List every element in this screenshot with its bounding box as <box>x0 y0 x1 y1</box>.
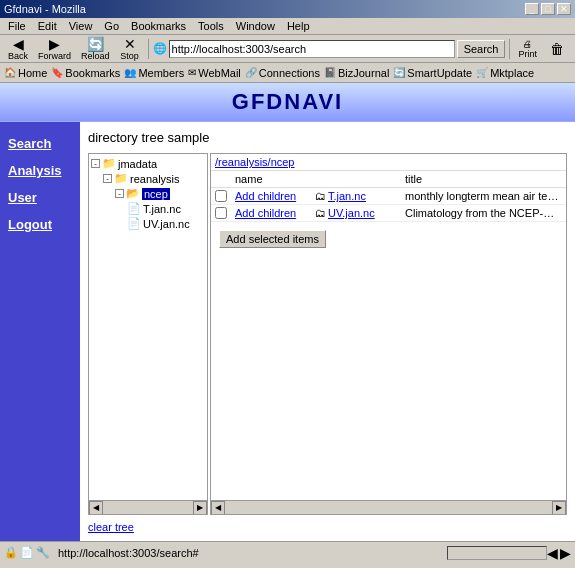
tree-panel: - 📁 jmadata - 📁 reanalysis - <box>88 153 208 515</box>
sidebar-item-search[interactable]: Search <box>0 130 80 157</box>
file-icon-1: 🗂 <box>315 190 326 202</box>
file-scroll-track[interactable] <box>225 501 552 515</box>
stop-button[interactable]: ✕ Stop <box>116 36 144 62</box>
toolbar: ◀ Back ▶ Forward 🔄 Reload ✕ Stop 🌐 Searc… <box>0 35 575 63</box>
reload-icon: 🔄 <box>87 37 104 51</box>
expander-reanalysis[interactable]: - <box>103 174 112 183</box>
stop-icon: ✕ <box>124 37 136 51</box>
delete-button[interactable]: 🗑 <box>543 41 571 57</box>
status-icon-2: 📄 <box>20 546 34 559</box>
page-header: GFDNAVI <box>0 83 575 122</box>
file-path[interactable]: /reanalysis/ncep <box>211 154 566 171</box>
main-container: GFDNAVI Search Analysis User Logout dire… <box>0 83 575 541</box>
tree-label-jmadata: jmadata <box>118 158 157 170</box>
nav-prev-arrow[interactable]: ◀ <box>547 545 558 561</box>
sidebar-item-analysis[interactable]: Analysis <box>0 157 80 184</box>
scroll-right-arrow[interactable]: ▶ <box>193 501 207 515</box>
main-content: directory tree sample - 📁 jmadata - <box>80 122 575 541</box>
close-button[interactable]: ✕ <box>557 3 571 15</box>
tree-label-ncep: ncep <box>142 188 170 200</box>
address-input[interactable] <box>169 40 455 58</box>
tree-item-jmadata[interactable]: - 📁 jmadata <box>91 156 205 171</box>
file-panel: /reanalysis/ncep name title Add children <box>210 153 567 515</box>
tree-item-tjan[interactable]: 📄 T.jan.nc <box>91 201 205 216</box>
forward-button[interactable]: ▶ Forward <box>34 36 75 62</box>
status-bar: 🔒 📄 🔧 http://localhost:3003/search# ◀ ▶ <box>0 541 575 563</box>
file-hscroll: ◀ ▶ <box>211 500 566 514</box>
scroll-track[interactable] <box>103 501 193 515</box>
window-titlebar: Gfdnavi - Mozilla _ □ ✕ <box>0 0 575 18</box>
reload-button[interactable]: 🔄 Reload <box>77 36 114 62</box>
menu-view[interactable]: View <box>63 19 99 33</box>
section-title: directory tree sample <box>88 130 567 145</box>
address-label: 🌐 <box>153 42 167 55</box>
file-name-cell-2: 🗂 UV.jan.nc <box>315 207 405 219</box>
file-checkbox-2[interactable] <box>215 207 227 219</box>
maximize-button[interactable]: □ <box>541 3 555 15</box>
delete-icon: 🗑 <box>550 42 564 56</box>
tree-label-tjan: T.jan.nc <box>143 203 181 215</box>
menu-tools[interactable]: Tools <box>192 19 230 33</box>
print-button[interactable]: 🖨 Print <box>514 38 541 60</box>
tree-item-ncep[interactable]: - 📂 ncep <box>91 186 205 201</box>
folder-icon-reanalysis: 📁 <box>114 172 128 185</box>
col-name: name <box>235 173 315 185</box>
bookmark-mktplace[interactable]: 🛒 Mktplace <box>476 67 534 79</box>
bookmark-members[interactable]: 👥 Members <box>124 67 184 79</box>
file-rows: Add children 🗂 T.jan.nc monthly longterm… <box>211 188 566 500</box>
nav-next-arrow[interactable]: ▶ <box>560 545 571 561</box>
menu-window[interactable]: Window <box>230 19 281 33</box>
expander-ncep[interactable]: - <box>115 189 124 198</box>
status-nav: ◀ ▶ <box>547 545 571 561</box>
connections-icon: 🔗 <box>245 67 257 78</box>
add-children-link-1[interactable]: Add children <box>235 190 315 202</box>
tree-content: - 📁 jmadata - 📁 reanalysis - <box>89 154 207 500</box>
tree-label-uvjan: UV.jan.nc <box>143 218 190 230</box>
members-icon: 👥 <box>124 67 136 78</box>
file-icon-uvjan: 📄 <box>127 217 141 230</box>
add-children-link-2[interactable]: Add children <box>235 207 315 219</box>
home-icon: 🏠 <box>4 67 16 78</box>
expander-jmadata[interactable]: - <box>91 159 100 168</box>
menu-edit[interactable]: Edit <box>32 19 63 33</box>
bookmark-home[interactable]: 🏠 Home <box>4 67 47 79</box>
folder-icon-ncep: 📂 <box>126 187 140 200</box>
bookmark-connections[interactable]: 🔗 Connections <box>245 67 320 79</box>
bookmark-smartupdate[interactable]: 🔄 SmartUpdate <box>393 67 472 79</box>
menu-file[interactable]: File <box>2 19 32 33</box>
add-selected-button[interactable]: Add selected items <box>219 230 326 248</box>
bookmarks-bar: 🏠 Home 🔖 Bookmarks 👥 Members ✉ WebMail 🔗… <box>0 63 575 83</box>
minimize-button[interactable]: _ <box>525 3 539 15</box>
toolbar-separator <box>148 39 149 59</box>
menu-go[interactable]: Go <box>98 19 125 33</box>
menu-bookmarks[interactable]: Bookmarks <box>125 19 192 33</box>
sidebar-item-user[interactable]: User <box>0 184 80 211</box>
folder-icon-jmadata: 📁 <box>102 157 116 170</box>
webmail-icon: ✉ <box>188 67 196 78</box>
tree-item-reanalysis[interactable]: - 📁 reanalysis <box>91 171 205 186</box>
menu-bar: File Edit View Go Bookmarks Tools Window… <box>0 18 575 35</box>
file-name-cell-1: 🗂 T.jan.nc <box>315 190 405 202</box>
bookmark-bookmarks[interactable]: 🔖 Bookmarks <box>51 67 120 79</box>
back-icon: ◀ <box>13 37 24 51</box>
scroll-left-arrow[interactable]: ◀ <box>89 501 103 515</box>
search-button[interactable]: Search <box>457 40 506 58</box>
panels-container: - 📁 jmadata - 📁 reanalysis - <box>88 153 567 515</box>
file-checkbox-1[interactable] <box>215 190 227 202</box>
bizjournal-icon: 📓 <box>324 67 336 78</box>
clear-tree-link[interactable]: clear tree <box>88 521 567 533</box>
file-scroll-right[interactable]: ▶ <box>552 501 566 515</box>
bookmark-bizjournal[interactable]: 📓 BizJournal <box>324 67 389 79</box>
status-url: http://localhost:3003/search# <box>58 547 439 559</box>
menu-help[interactable]: Help <box>281 19 316 33</box>
file-icon-2: 🗂 <box>315 207 326 219</box>
file-link-1[interactable]: T.jan.nc <box>328 190 366 202</box>
file-link-2[interactable]: UV.jan.nc <box>328 207 375 219</box>
file-scroll-left[interactable]: ◀ <box>211 501 225 515</box>
back-button[interactable]: ◀ Back <box>4 36 32 62</box>
bookmark-webmail[interactable]: ✉ WebMail <box>188 67 241 79</box>
toolbar-separator2 <box>509 39 510 59</box>
tree-item-uvjan[interactable]: 📄 UV.jan.nc <box>91 216 205 231</box>
sidebar-item-logout[interactable]: Logout <box>0 211 80 238</box>
file-icon-tjan: 📄 <box>127 202 141 215</box>
